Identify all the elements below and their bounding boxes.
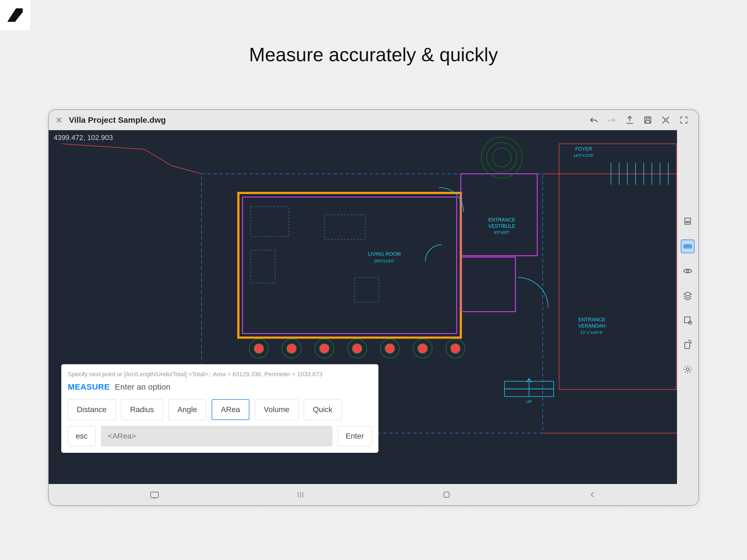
svg-point-3	[665, 119, 667, 121]
autodesk-logo	[0, 0, 30, 30]
device-nav-bar	[49, 484, 698, 505]
svg-rect-45	[685, 218, 691, 222]
svg-rect-54	[151, 492, 159, 498]
home-icon[interactable]	[440, 488, 453, 502]
enter-button[interactable]: Enter	[338, 426, 372, 446]
command-name: MEASURE	[68, 382, 110, 391]
command-panel: Specify next point or [Arc/Length/Undo/T…	[61, 364, 379, 453]
device-frame: Villa Project Sample.dwg 4399.472, 102.9…	[48, 109, 699, 506]
svg-point-23	[385, 344, 395, 354]
svg-point-18	[492, 148, 511, 167]
recents-icon[interactable]	[294, 488, 307, 502]
option-radius[interactable]: Radius	[121, 399, 163, 420]
command-hint: Enter an option	[115, 382, 170, 391]
save-icon[interactable]	[641, 113, 654, 127]
svg-rect-11	[251, 250, 275, 283]
svg-point-19	[254, 344, 264, 354]
svg-text:25'0"X15'0": 25'0"X15'0"	[374, 259, 395, 263]
model-space-icon[interactable]	[681, 215, 695, 229]
svg-point-20	[287, 344, 297, 354]
page-title: Measure accurately & quickly	[0, 44, 747, 66]
right-toolbar	[677, 130, 698, 484]
esc-button[interactable]: esc	[68, 426, 96, 446]
svg-point-49	[687, 270, 689, 272]
command-input[interactable]	[101, 426, 332, 446]
svg-rect-7	[242, 197, 457, 334]
svg-rect-46	[685, 223, 691, 224]
option-distance[interactable]: Distance	[68, 399, 115, 420]
undo-icon[interactable]	[587, 113, 600, 127]
drawing-canvas[interactable]: 4399.472, 102.903	[49, 130, 677, 484]
option-area[interactable]: ARea	[212, 399, 249, 420]
svg-rect-5	[559, 144, 676, 389]
svg-rect-52	[685, 342, 690, 349]
redo-icon[interactable]	[605, 113, 618, 127]
svg-rect-12	[324, 215, 365, 239]
svg-rect-2	[646, 120, 650, 123]
eye-icon[interactable]	[681, 264, 695, 278]
command-options-row: Distance Radius Angle ARea Volume Quick	[68, 399, 372, 420]
zoom-extents-icon[interactable]	[659, 113, 673, 127]
svg-rect-10	[251, 207, 289, 237]
svg-text:VESTIBULE: VESTIBULE	[488, 223, 515, 229]
svg-rect-13	[354, 278, 379, 302]
measure-icon[interactable]	[681, 239, 695, 253]
svg-point-24	[418, 344, 428, 354]
snap-icon[interactable]	[681, 313, 695, 327]
svg-point-16	[481, 137, 522, 178]
svg-text:ENTRANCE: ENTRANCE	[578, 317, 606, 322]
command-line: MEASURE Enter an option	[68, 382, 372, 391]
svg-point-22	[352, 344, 362, 354]
fullscreen-icon[interactable]	[677, 113, 691, 127]
svg-point-53	[686, 368, 689, 371]
svg-rect-9	[461, 257, 515, 312]
svg-rect-1	[646, 117, 649, 119]
svg-rect-8	[461, 174, 537, 256]
layers-icon[interactable]	[681, 289, 695, 302]
option-quick[interactable]: Quick	[304, 399, 341, 420]
svg-text:FOYER: FOYER	[575, 146, 592, 152]
svg-text:9'0"x9'0": 9'0"x9'0"	[494, 230, 510, 235]
svg-text:12'-1"x19'-6": 12'-1"x19'-6"	[581, 330, 603, 335]
command-prompt-history: Specify next point or [Arc/Length/Undo/T…	[68, 371, 372, 378]
close-icon[interactable]	[54, 115, 64, 125]
svg-point-21	[319, 344, 329, 354]
upload-icon[interactable]	[623, 113, 637, 127]
app-toolbar: Villa Project Sample.dwg	[49, 110, 698, 130]
file-name: Villa Project Sample.dwg	[69, 116, 166, 125]
svg-point-25	[450, 344, 460, 354]
svg-point-17	[487, 143, 517, 173]
svg-text:14'0"X15'9": 14'0"X15'9"	[573, 153, 594, 158]
svg-text:VERANDAH: VERANDAH	[578, 323, 606, 329]
screenshot-icon[interactable]	[148, 488, 161, 502]
option-volume[interactable]: Volume	[255, 399, 298, 420]
svg-rect-50	[685, 317, 690, 323]
gear-icon[interactable]	[681, 362, 695, 376]
svg-rect-58	[444, 492, 449, 498]
svg-rect-6	[238, 193, 461, 338]
option-angle[interactable]: Angle	[169, 399, 206, 420]
svg-text:ENTRANCE: ENTRANCE	[488, 217, 515, 223]
svg-text:UP: UP	[526, 399, 532, 404]
svg-text:LIVING ROOM: LIVING ROOM	[368, 251, 401, 257]
back-icon[interactable]	[586, 488, 599, 502]
attach-icon[interactable]	[681, 338, 695, 352]
